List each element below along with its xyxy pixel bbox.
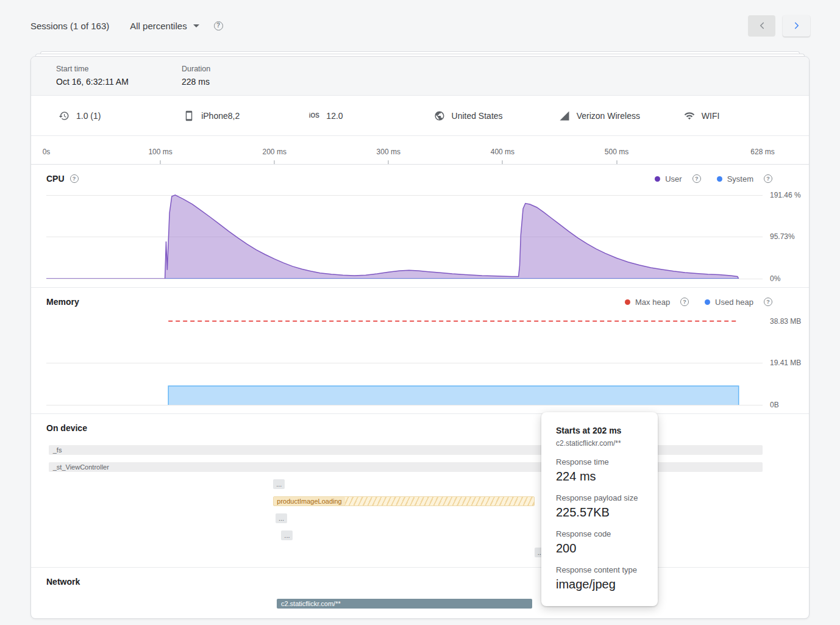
cpu-chart[interactable] <box>46 193 763 279</box>
os-version-item: iOS 12.0 <box>308 111 433 121</box>
timeline-tick-label: 500 ms <box>605 148 628 156</box>
timeline-ruler[interactable]: 0s100 ms200 ms300 ms400 ms500 ms628 ms <box>31 136 809 165</box>
os-version-value: 12.0 <box>326 111 343 121</box>
on-device-section: On device _fs_st_ViewController...produc… <box>31 414 809 568</box>
tooltip-title: Starts at 202 ms <box>556 426 643 435</box>
collapsed-traces-marker[interactable]: ... <box>276 513 287 523</box>
carrier-value: Verizon Wireless <box>577 111 640 121</box>
smartphone-icon <box>183 110 194 121</box>
cpu-legend: User ? System ? <box>655 174 772 184</box>
tooltip-fields: Response time224 msResponse payload size… <box>556 457 643 591</box>
network-type-item: WIFI <box>684 110 809 121</box>
memory-legend: Max heap ? Used heap ? <box>625 298 772 307</box>
chart-gridline <box>46 279 763 279</box>
history-icon <box>59 110 69 121</box>
chevron-down-icon <box>193 24 199 27</box>
app-version-item: 1.0 (1) <box>59 110 183 121</box>
help-icon[interactable]: ? <box>764 298 772 306</box>
cpu-chart-zone: 191.46 %95.73%0% <box>46 193 763 279</box>
timeline-tick-mark <box>388 160 389 164</box>
memory-chart[interactable] <box>46 316 763 405</box>
collapsed-traces-marker[interactable]: ... <box>273 479 285 489</box>
network-section-header: Network <box>31 568 809 594</box>
chart-y-axis-label: 95.73% <box>770 232 802 241</box>
memory-section: Memory Max heap ? Used heap ? 38. <box>31 288 809 414</box>
max-heap-legend-label: Max heap <box>635 298 670 307</box>
globe-icon <box>434 110 445 121</box>
memory-section-header: Memory Max heap ? Used heap ? <box>31 288 809 314</box>
ios-icon: iOS <box>308 112 319 119</box>
chart-y-axis-label: 38.83 MB <box>770 316 802 326</box>
cpu-y-axis-labels: 191.46 %95.73%0% <box>770 193 802 279</box>
memory-title: Memory <box>46 297 79 307</box>
timeline-tick-label: 100 ms <box>148 148 172 156</box>
memory-y-axis-labels: 38.83 MB19.41 MB0B <box>770 316 802 405</box>
network-request-tooltip: Starts at 202 ms c2.staticflickr.com/** … <box>541 412 658 606</box>
max-heap-legend-dot <box>625 299 630 305</box>
user-legend-dot <box>655 176 660 182</box>
legend-item-max-heap: Max heap ? <box>625 298 689 307</box>
tooltip-field-value: 200 <box>556 541 643 555</box>
session-detail-page: Sessions (1 of 163) All percentiles ? St… <box>0 0 840 625</box>
used-heap-legend-dot <box>705 299 710 305</box>
tooltip-field-value: 224 ms <box>556 469 643 484</box>
session-card: Start time Oct 16, 6:32:11 AM Duration 2… <box>30 56 810 619</box>
trace-label: productImageLoading <box>274 497 344 505</box>
help-icon[interactable]: ? <box>70 174 79 183</box>
legend-item-used-heap: Used heap ? <box>705 298 772 307</box>
help-icon[interactable]: ? <box>692 174 701 183</box>
trace-label: _st_ViewController <box>53 463 109 471</box>
on-device-section-header: On device <box>31 414 809 440</box>
memory-chart-zone: 38.83 MB19.41 MB0B <box>46 316 763 405</box>
percentile-dropdown-label: All percentiles <box>130 21 187 31</box>
previous-session-button[interactable] <box>748 15 775 37</box>
trace-label: c2.staticflickr.com/** <box>281 600 341 607</box>
tooltip-field-label: Response code <box>556 529 643 538</box>
cpu-chart-svg <box>46 193 763 279</box>
carrier-item: Verizon Wireless <box>559 110 684 121</box>
cpu-section: CPU ? User ? System ? 191 <box>31 165 809 288</box>
system-legend-dot <box>717 176 722 182</box>
tooltip-field-value: image/jpeg <box>556 577 643 591</box>
next-session-button[interactable] <box>783 15 810 37</box>
help-icon[interactable]: ? <box>680 298 689 306</box>
trace-label: ... <box>279 515 284 522</box>
network-request-bar[interactable]: c2.staticflickr.com/** <box>277 599 532 609</box>
chart-gridline <box>46 405 763 405</box>
trace-bar[interactable]: productImageLoading <box>273 496 534 506</box>
network-type-value: WIFI <box>702 111 720 121</box>
duration-label: Duration <box>182 65 307 73</box>
chart-y-axis-label: 0B <box>770 401 802 410</box>
help-icon[interactable]: ? <box>214 21 223 30</box>
device-model-value: iPhone8,2 <box>201 111 240 121</box>
duration-value: 228 ms <box>182 77 307 87</box>
timeline-tick-mark <box>160 160 161 164</box>
cpu-section-header: CPU ? User ? System ? <box>31 165 809 191</box>
timeline-tick-mark <box>274 160 275 164</box>
legend-item-user: User ? <box>655 174 700 184</box>
system-legend-label: System <box>727 174 753 184</box>
trace-label: ... <box>284 532 290 539</box>
country-value: United States <box>452 111 503 121</box>
device-model-item: iPhone8,2 <box>183 110 308 121</box>
timeline-tick-mark <box>502 160 503 164</box>
session-info-bar: Start time Oct 16, 6:32:11 AM Duration 2… <box>31 57 809 96</box>
app-version-value: 1.0 (1) <box>76 111 101 121</box>
duration-group: Duration 228 ms <box>182 65 307 87</box>
tooltip-field-value: 225.57KB <box>556 505 643 520</box>
help-icon[interactable]: ? <box>764 174 772 183</box>
network-section: Network c2.staticflickr.com/** <box>31 568 809 609</box>
wifi-icon <box>684 110 695 121</box>
timeline-tick-label: 400 ms <box>491 148 514 156</box>
timeline-tick-label: 0s <box>43 148 51 156</box>
cellular-signal-icon <box>559 110 570 121</box>
used-heap-legend-label: Used heap <box>715 298 753 307</box>
top-bar: Sessions (1 of 163) All percentiles ? <box>0 0 840 51</box>
chevron-right-icon <box>791 20 802 31</box>
sessions-count-label: Sessions (1 of 163) <box>30 21 109 31</box>
collapsed-traces-marker[interactable]: ... <box>281 530 293 540</box>
percentile-dropdown[interactable]: All percentiles <box>130 21 199 31</box>
timeline-tick-mark <box>616 160 617 164</box>
start-time-value: Oct 16, 6:32:11 AM <box>56 77 182 87</box>
session-nav <box>748 15 810 37</box>
